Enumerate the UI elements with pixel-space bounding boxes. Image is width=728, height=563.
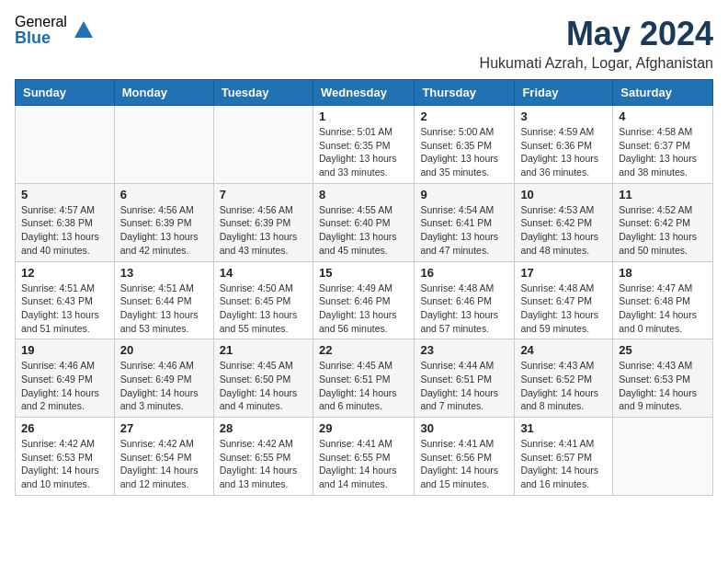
day-number: 19: [21, 343, 108, 357]
day-number: 2: [420, 109, 508, 123]
weekday-header: Tuesday: [213, 80, 313, 106]
day-number: 10: [520, 188, 607, 201]
month-title: May 2024: [480, 15, 713, 53]
day-info: Sunrise: 4:51 AM Sunset: 6:43 PM Dayligh…: [21, 282, 108, 336]
day-info: Sunrise: 4:57 AM Sunset: 6:38 PM Dayligh…: [21, 203, 108, 258]
day-number: 9: [420, 188, 508, 201]
calendar-cell: 23Sunrise: 4:44 AM Sunset: 6:51 PM Dayli…: [415, 339, 515, 418]
day-info: Sunrise: 4:59 AM Sunset: 6:36 PM Dayligh…: [520, 125, 607, 179]
calendar-cell: 6Sunrise: 4:56 AM Sunset: 6:39 PM Daylig…: [114, 183, 213, 261]
day-info: Sunrise: 4:53 AM Sunset: 6:42 PM Dayligh…: [520, 203, 607, 258]
day-info: Sunrise: 4:47 AM Sunset: 6:48 PM Dayligh…: [619, 282, 707, 336]
day-number: 5: [21, 188, 108, 201]
day-number: 3: [520, 109, 607, 123]
day-number: 6: [120, 188, 208, 201]
calendar-cell: 5Sunrise: 4:57 AM Sunset: 6:38 PM Daylig…: [16, 183, 115, 261]
calendar-cell: 24Sunrise: 4:43 AM Sunset: 6:52 PM Dayli…: [515, 339, 613, 418]
day-info: Sunrise: 4:42 AM Sunset: 6:54 PM Dayligh…: [120, 437, 208, 491]
day-number: 27: [120, 421, 208, 435]
calendar-cell: 25Sunrise: 4:43 AM Sunset: 6:53 PM Dayli…: [613, 339, 713, 418]
day-info: Sunrise: 4:45 AM Sunset: 6:50 PM Dayligh…: [220, 359, 307, 413]
calendar-cell: 3Sunrise: 4:59 AM Sunset: 6:36 PM Daylig…: [515, 106, 613, 184]
logo-blue: Blue: [15, 29, 67, 46]
calendar-cell: 18Sunrise: 4:47 AM Sunset: 6:48 PM Dayli…: [613, 261, 713, 339]
calendar-cell: 1Sunrise: 5:01 AM Sunset: 6:35 PM Daylig…: [313, 106, 414, 184]
day-number: 26: [21, 421, 108, 435]
calendar-cell: 13Sunrise: 4:51 AM Sunset: 6:44 PM Dayli…: [114, 261, 213, 339]
day-info: Sunrise: 4:56 AM Sunset: 6:39 PM Dayligh…: [220, 203, 307, 258]
day-info: Sunrise: 4:43 AM Sunset: 6:53 PM Dayligh…: [619, 359, 707, 413]
day-info: Sunrise: 4:48 AM Sunset: 6:47 PM Dayligh…: [520, 282, 607, 336]
day-info: Sunrise: 4:41 AM Sunset: 6:56 PM Dayligh…: [420, 437, 508, 491]
weekday-header-row: SundayMondayTuesdayWednesdayThursdayFrid…: [16, 80, 713, 106]
calendar-cell: 11Sunrise: 4:52 AM Sunset: 6:42 PM Dayli…: [613, 183, 713, 261]
calendar-cell: 16Sunrise: 4:48 AM Sunset: 6:46 PM Dayli…: [415, 261, 515, 339]
day-number: 20: [120, 343, 208, 357]
svg-marker-0: [74, 21, 93, 38]
day-number: 22: [319, 343, 408, 357]
calendar-cell: [16, 106, 115, 184]
day-number: 23: [420, 343, 508, 357]
calendar-cell: 27Sunrise: 4:42 AM Sunset: 6:54 PM Dayli…: [114, 418, 213, 496]
calendar-cell: 22Sunrise: 4:45 AM Sunset: 6:51 PM Dayli…: [313, 339, 414, 418]
day-info: Sunrise: 4:58 AM Sunset: 6:37 PM Dayligh…: [619, 125, 707, 179]
day-info: Sunrise: 4:42 AM Sunset: 6:53 PM Dayligh…: [21, 437, 108, 491]
day-info: Sunrise: 4:56 AM Sunset: 6:39 PM Dayligh…: [120, 203, 208, 258]
calendar-week-row: 5Sunrise: 4:57 AM Sunset: 6:38 PM Daylig…: [16, 183, 713, 261]
day-info: Sunrise: 4:42 AM Sunset: 6:55 PM Dayligh…: [220, 437, 307, 491]
day-number: 28: [220, 421, 307, 435]
day-number: 16: [420, 266, 508, 280]
day-info: Sunrise: 4:54 AM Sunset: 6:41 PM Dayligh…: [420, 203, 508, 258]
day-info: Sunrise: 4:46 AM Sunset: 6:49 PM Dayligh…: [21, 359, 108, 413]
weekday-header: Wednesday: [313, 80, 414, 106]
calendar-cell: 4Sunrise: 4:58 AM Sunset: 6:37 PM Daylig…: [613, 106, 713, 184]
day-info: Sunrise: 5:00 AM Sunset: 6:35 PM Dayligh…: [420, 125, 508, 179]
calendar-cell: 12Sunrise: 4:51 AM Sunset: 6:43 PM Dayli…: [16, 261, 115, 339]
day-info: Sunrise: 4:43 AM Sunset: 6:52 PM Dayligh…: [520, 359, 607, 413]
logo-text: General Blue: [15, 15, 67, 46]
weekday-header: Saturday: [613, 80, 713, 106]
calendar-cell: 28Sunrise: 4:42 AM Sunset: 6:55 PM Dayli…: [213, 418, 313, 496]
logo-general: General: [15, 15, 67, 29]
day-info: Sunrise: 4:55 AM Sunset: 6:40 PM Dayligh…: [319, 203, 408, 258]
calendar-cell: 17Sunrise: 4:48 AM Sunset: 6:47 PM Dayli…: [515, 261, 613, 339]
logo-icon: [71, 17, 97, 43]
calendar-cell: 19Sunrise: 4:46 AM Sunset: 6:49 PM Dayli…: [16, 339, 115, 418]
day-info: Sunrise: 4:52 AM Sunset: 6:42 PM Dayligh…: [619, 203, 707, 258]
calendar-cell: 10Sunrise: 4:53 AM Sunset: 6:42 PM Dayli…: [515, 183, 613, 261]
day-info: Sunrise: 4:44 AM Sunset: 6:51 PM Dayligh…: [420, 359, 508, 413]
calendar-cell: 15Sunrise: 4:49 AM Sunset: 6:46 PM Dayli…: [313, 261, 414, 339]
calendar-cell: 2Sunrise: 5:00 AM Sunset: 6:35 PM Daylig…: [415, 106, 515, 184]
calendar-cell: 21Sunrise: 4:45 AM Sunset: 6:50 PM Dayli…: [213, 339, 313, 418]
page-header: General Blue May 2024 Hukumati Azrah, Lo…: [15, 15, 713, 72]
calendar-week-row: 12Sunrise: 4:51 AM Sunset: 6:43 PM Dayli…: [16, 261, 713, 339]
day-number: 7: [220, 188, 307, 201]
day-number: 30: [420, 421, 508, 435]
day-number: 15: [319, 266, 408, 280]
day-info: Sunrise: 4:50 AM Sunset: 6:45 PM Dayligh…: [220, 282, 307, 336]
day-number: 1: [319, 109, 408, 123]
weekday-header: Thursday: [415, 80, 515, 106]
day-number: 25: [619, 343, 707, 357]
calendar-cell: 29Sunrise: 4:41 AM Sunset: 6:55 PM Dayli…: [313, 418, 414, 496]
weekday-header: Monday: [114, 80, 213, 106]
day-info: Sunrise: 4:48 AM Sunset: 6:46 PM Dayligh…: [420, 282, 508, 336]
calendar-week-row: 19Sunrise: 4:46 AM Sunset: 6:49 PM Dayli…: [16, 339, 713, 418]
day-number: 29: [319, 421, 408, 435]
calendar-cell: 8Sunrise: 4:55 AM Sunset: 6:40 PM Daylig…: [313, 183, 414, 261]
weekday-header: Friday: [515, 80, 613, 106]
day-info: Sunrise: 4:41 AM Sunset: 6:55 PM Dayligh…: [319, 437, 408, 491]
day-info: Sunrise: 5:01 AM Sunset: 6:35 PM Dayligh…: [319, 125, 408, 179]
weekday-header: Sunday: [16, 80, 115, 106]
day-info: Sunrise: 4:49 AM Sunset: 6:46 PM Dayligh…: [319, 282, 408, 336]
day-number: 11: [619, 188, 707, 201]
day-info: Sunrise: 4:51 AM Sunset: 6:44 PM Dayligh…: [120, 282, 208, 336]
calendar-cell: 20Sunrise: 4:46 AM Sunset: 6:49 PM Dayli…: [114, 339, 213, 418]
location-title: Hukumati Azrah, Logar, Afghanistan: [480, 55, 713, 72]
day-info: Sunrise: 4:41 AM Sunset: 6:57 PM Dayligh…: [520, 437, 607, 491]
calendar-table: SundayMondayTuesdayWednesdayThursdayFrid…: [15, 79, 713, 496]
calendar-cell: [213, 106, 313, 184]
calendar-cell: [114, 106, 213, 184]
calendar-cell: [613, 418, 713, 496]
calendar-cell: 31Sunrise: 4:41 AM Sunset: 6:57 PM Dayli…: [515, 418, 613, 496]
